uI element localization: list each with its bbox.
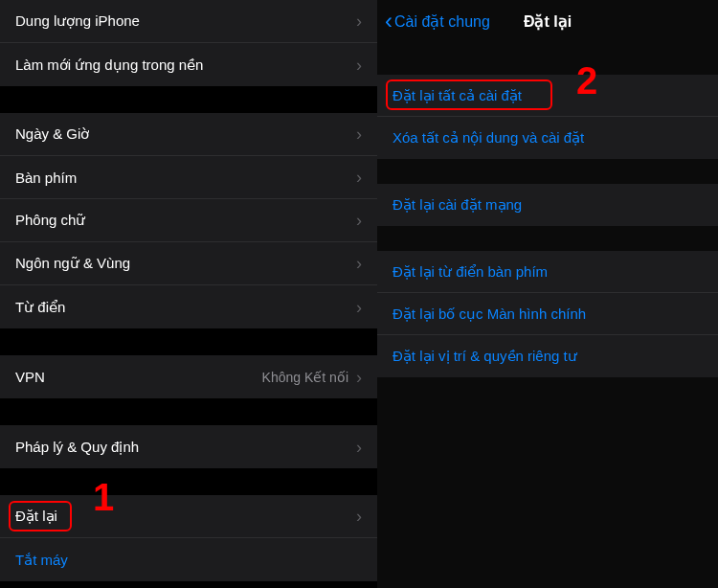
chevron-left-icon: ‹ [385, 10, 393, 33]
settings-group-datetime: Ngày & Giờ › Bàn phím › Phông chữ › Ngôn… [0, 113, 377, 328]
row-label: Ngày & Giờ [15, 125, 356, 143]
row-label: Đặt lại [15, 508, 356, 525]
settings-group-legal: Pháp lý & Quy định › [0, 425, 377, 468]
row-date-time[interactable]: Ngày & Giờ › [0, 113, 377, 156]
reset-group-3: Đặt lại từ điển bàn phím Đặt lại bố cục … [377, 251, 718, 377]
chevron-right-icon: › [356, 255, 362, 272]
row-reset-all-settings[interactable]: Đặt lại tất cả cài đặt [377, 75, 718, 117]
chevron-right-icon: › [356, 369, 362, 386]
row-label: Đặt lại cài đặt mạng [393, 196, 703, 214]
chevron-right-icon: › [356, 212, 362, 229]
row-legal[interactable]: Pháp lý & Quy định › [0, 425, 377, 468]
row-label: Đặt lại tất cả cài đặt [393, 87, 703, 104]
settings-group-reset: Đặt lại › Tắt máy [0, 495, 377, 581]
chevron-right-icon: › [356, 439, 362, 456]
row-vpn[interactable]: VPN Không Kết nối › [0, 355, 377, 398]
row-label: Dung lượng iPhone [15, 12, 356, 30]
row-label: VPN [15, 369, 262, 385]
row-fonts[interactable]: Phông chữ › [0, 199, 377, 242]
settings-group-storage: Dung lượng iPhone › Làm mới ứng dụng tro… [0, 0, 377, 86]
reset-group-2: Đặt lại cài đặt mạng [377, 184, 718, 226]
row-label: Đặt lại từ điển bàn phím [393, 263, 703, 281]
chevron-right-icon: › [356, 508, 362, 525]
chevron-right-icon: › [356, 299, 362, 316]
nav-header: ‹ Cài đặt chung Đặt lại [377, 0, 718, 42]
row-label: Đặt lại bố cục Màn hình chính [393, 305, 703, 323]
row-label: Bàn phím [15, 170, 356, 186]
back-button[interactable]: ‹ Cài đặt chung [385, 10, 490, 33]
row-label: Ngôn ngữ & Vùng [15, 255, 356, 272]
row-label: Pháp lý & Quy định [15, 439, 356, 456]
row-label: Làm mới ứng dụng trong nền [15, 57, 356, 74]
row-label: Phông chữ [15, 212, 356, 229]
row-label: Từ điển [15, 299, 356, 316]
row-language-region[interactable]: Ngôn ngữ & Vùng › [0, 242, 377, 285]
chevron-right-icon: › [356, 12, 362, 30]
row-erase-all-content[interactable]: Xóa tất cả nội dung và cài đặt [377, 117, 718, 159]
reset-group-1: Đặt lại tất cả cài đặt Xóa tất cả nội du… [377, 75, 718, 159]
row-label: Xóa tất cả nội dung và cài đặt [393, 129, 703, 147]
row-reset-home-layout[interactable]: Đặt lại bố cục Màn hình chính [377, 293, 718, 335]
row-background-refresh[interactable]: Làm mới ứng dụng trong nền › [0, 43, 377, 86]
row-reset[interactable]: Đặt lại › [0, 495, 377, 538]
row-label: Đặt lại vị trí & quyền riêng tư [393, 348, 703, 365]
row-label: Tắt máy [15, 552, 362, 569]
row-reset-network[interactable]: Đặt lại cài đặt mạng [377, 184, 718, 226]
back-label: Cài đặt chung [394, 12, 490, 31]
row-dictionary[interactable]: Từ điển › [0, 285, 377, 328]
chevron-right-icon: › [356, 57, 362, 74]
page-title: Đặt lại [524, 12, 572, 31]
reset-pane: ‹ Cài đặt chung Đặt lại Đặt lại tất cả c… [377, 0, 718, 588]
row-reset-location-privacy[interactable]: Đặt lại vị trí & quyền riêng tư [377, 335, 718, 377]
settings-group-vpn: VPN Không Kết nối › [0, 355, 377, 398]
row-keyboard[interactable]: Bàn phím › [0, 156, 377, 199]
row-shutdown[interactable]: Tắt máy [0, 538, 377, 581]
row-value: Không Kết nối [262, 370, 348, 385]
chevron-right-icon: › [356, 169, 362, 186]
row-reset-keyboard-dict[interactable]: Đặt lại từ điển bàn phím [377, 251, 718, 293]
settings-general-pane: Dung lượng iPhone › Làm mới ứng dụng tro… [0, 0, 377, 588]
chevron-right-icon: › [356, 125, 362, 143]
row-iphone-storage[interactable]: Dung lượng iPhone › [0, 0, 377, 43]
